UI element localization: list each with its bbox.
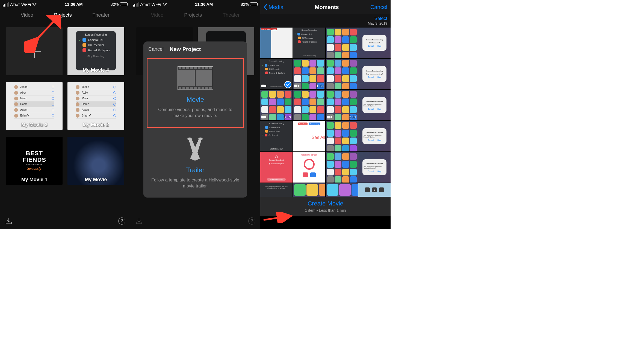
svg-rect-15 (179, 87, 181, 89)
media-item[interactable]: Screen BroadcastingStop broadcasting scr… (358, 90, 391, 120)
svg-rect-5 (196, 70, 212, 86)
media-item[interactable]: Screen Broadcast ◉ Record it! Capture St… (260, 152, 293, 183)
media-item[interactable]: BUY 1 GET 1 FREE (260, 28, 293, 58)
svg-rect-20 (198, 87, 200, 89)
media-item[interactable]: recording screen (293, 152, 325, 183)
media-grid[interactable]: BUY 1 GET 1 FREE Screen Recording ✓Camer… (260, 28, 391, 197)
help-icon[interactable]: ? (248, 217, 255, 225)
media-item[interactable]: Screen BroadcastingDU Recorder?CancelSto… (358, 28, 391, 58)
video-icon (294, 84, 299, 88)
media-item[interactable] (293, 183, 325, 197)
media-item[interactable]: Screen BroadcastingStop screen recording… (358, 59, 391, 89)
media-item[interactable] (326, 152, 358, 183)
new-project-sheet: Cancel New Project Movie Combine videos,… (143, 41, 247, 198)
svg-rect-28 (261, 85, 265, 87)
video-icon (261, 84, 266, 88)
video-icon (261, 115, 266, 119)
wifi-icon (32, 2, 37, 6)
project-tile[interactable]: Jason Abby Mom Home Adam Brian V My Movi… (6, 82, 63, 130)
project-title: My Movie 3 (6, 122, 63, 128)
svg-rect-17 (186, 87, 189, 89)
picker-subheader: Select May 3, 2019 (260, 14, 391, 28)
screen-1-projects: AT&T Wi-Fi 11:36 AM 82% Video Projects T… (0, 0, 130, 229)
project-title: My Movie 4 (67, 67, 124, 73)
svg-rect-29 (294, 85, 297, 87)
media-item[interactable]: ▶ (358, 183, 391, 197)
cancel-button[interactable]: Cancel (370, 4, 387, 10)
svg-point-27 (198, 138, 203, 140)
svg-rect-31 (327, 116, 330, 118)
status-bar: AT&T Wi-Fi 11:36 AM 82% (0, 0, 130, 8)
svg-rect-8 (186, 67, 189, 69)
media-item[interactable]: Screen BroadcastingStop broadcasting scr… (358, 152, 391, 183)
duration: 2.3s (349, 115, 356, 119)
media-item[interactable]: 2.3s (326, 90, 358, 120)
bottom-toolbar: ? (130, 213, 261, 229)
svg-rect-7 (182, 67, 185, 69)
svg-rect-9 (190, 67, 193, 69)
svg-rect-11 (198, 67, 200, 69)
plus-icon (27, 44, 42, 59)
svg-rect-30 (261, 116, 265, 118)
battery-pct: 82% (111, 2, 119, 7)
moment-date: May 3, 2019 (368, 21, 387, 25)
video-icon (327, 115, 332, 119)
media-item[interactable]: Everything on your screen, including not… (260, 183, 293, 197)
media-item[interactable]: Face CamCommentary Recent RecordingsSee … (293, 121, 325, 151)
project-tile[interactable]: Jason Abby Mom Home Adam Brian V My Movi… (67, 82, 124, 130)
status-time: 11:36 AM (65, 2, 82, 7)
media-item[interactable]: 3.1s (260, 90, 293, 120)
create-movie-button[interactable]: Create Movie (260, 200, 391, 207)
checkmark-icon (284, 81, 291, 88)
tab-projects[interactable]: Projects (54, 12, 72, 18)
tab-theater[interactable]: Theater (93, 12, 110, 18)
media-item[interactable] (326, 59, 358, 89)
status-bar: AT&T Wi-Fi 11:36 AM 82% (130, 0, 261, 8)
media-item[interactable]: Screen Recording ✓Camera Roll DU Recorde… (293, 28, 325, 58)
tab-video[interactable]: Video (21, 12, 33, 18)
media-item[interactable] (326, 183, 358, 197)
project-tile[interactable]: Screen Recording ✓Camera Roll ✓DU Record… (67, 27, 124, 75)
filmstrip-icon (178, 66, 213, 90)
project-tile[interactable]: BEST FIENDS PRESENTED BY Seriously My Mo… (6, 137, 63, 185)
select-button[interactable]: Select (374, 16, 387, 21)
battery-pct: 82% (241, 2, 249, 7)
carrier-text: AT&T Wi-Fi (140, 2, 161, 7)
svg-rect-23 (209, 87, 212, 89)
media-item[interactable] (293, 90, 325, 120)
svg-rect-4 (178, 70, 195, 86)
sheet-option-movie[interactable]: Movie Combine videos, photos, and music … (147, 58, 244, 128)
sheet-option-trailer[interactable]: Trailer Follow a template to create a Ho… (143, 129, 247, 198)
svg-rect-22 (205, 87, 208, 89)
media-item[interactable]: Screen Recording Camera Roll DU Recorder… (260, 121, 293, 151)
sheet-cancel-button[interactable]: Cancel (148, 46, 164, 52)
top-tabs-dimmed: Video Projects Theater (130, 8, 261, 22)
top-tabs: Video Projects Theater (0, 8, 130, 22)
svg-rect-6 (179, 67, 181, 69)
svg-line-32 (264, 216, 290, 220)
project-tile[interactable]: My Movie (67, 137, 124, 185)
media-item-selected[interactable]: Screen Recording ✓Camera Roll DU Recorde… (260, 59, 293, 89)
media-item[interactable]: Screen BroadcastingStop broadcasting scr… (358, 121, 391, 151)
movie-desc: Combine videos, photos, and music to mak… (155, 107, 236, 118)
help-icon[interactable]: ? (118, 217, 125, 225)
back-button[interactable]: Media (264, 4, 283, 10)
svg-rect-10 (194, 67, 197, 69)
new-project-tile[interactable] (6, 27, 63, 75)
trailer-heading: Trailer (150, 166, 240, 174)
project-title: My Movie 2 (67, 122, 124, 128)
status-time: 11:36 AM (195, 2, 213, 7)
screen-2-new-project: AT&T Wi-Fi 11:36 AM 82% Video Projects T… (130, 0, 261, 229)
media-item[interactable] (326, 28, 358, 58)
media-item[interactable]: 1.3s (293, 59, 325, 89)
create-movie-bar: Create Movie 1 item • Less than 1 min (260, 197, 391, 216)
spotlights-icon (180, 137, 210, 161)
svg-rect-21 (202, 87, 204, 89)
picker-title: Moments (315, 4, 339, 10)
signal-icon (3, 2, 9, 7)
media-item[interactable] (326, 121, 358, 151)
picker-header: Media Moments Cancel (260, 0, 391, 14)
import-icon[interactable] (5, 217, 13, 225)
wifi-icon (162, 2, 167, 6)
import-icon[interactable] (135, 217, 143, 225)
